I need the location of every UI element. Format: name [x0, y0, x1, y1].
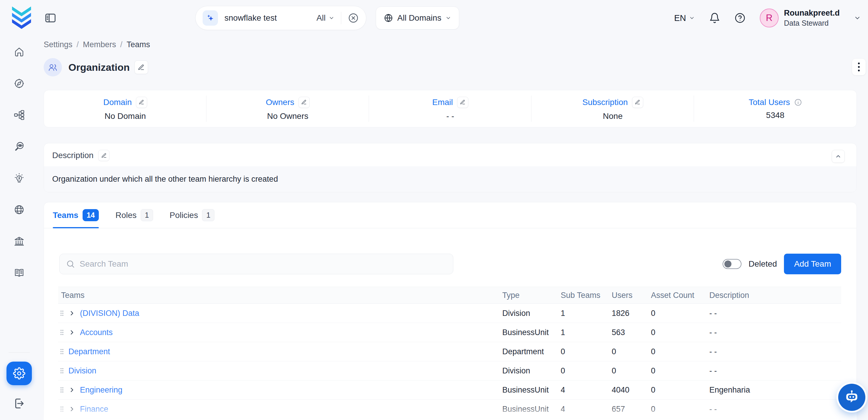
clear-search-icon[interactable] [348, 12, 359, 24]
pencil-icon [460, 99, 465, 105]
teams-panel: Teams 14 Roles 1 Policies 1 Deleted [44, 202, 857, 420]
help-icon[interactable] [734, 12, 746, 24]
col-sub-teams: Sub Teams [561, 291, 612, 300]
edit-description-button[interactable] [98, 150, 110, 161]
edit-subscription-button[interactable] [632, 97, 643, 108]
table-row: Engineering BusinessUnit 4 4040 0 Engenh… [58, 381, 841, 400]
drag-handle-icon[interactable] [60, 406, 64, 412]
drag-handle-icon[interactable] [60, 329, 64, 336]
page-header: Organization [44, 58, 857, 77]
chevron-right-icon[interactable] [68, 406, 75, 413]
glossary-book-icon[interactable] [10, 263, 29, 282]
team-name-link[interactable]: Accounts [80, 328, 113, 337]
col-type: Type [502, 291, 561, 300]
chevron-right-icon[interactable] [68, 386, 75, 393]
chevron-down-icon [689, 15, 695, 21]
chat-assistant-button[interactable] [838, 384, 865, 411]
team-icon [48, 62, 58, 72]
team-name-link[interactable]: Division [68, 366, 96, 376]
team-asset-count: 0 [651, 347, 709, 356]
sidebar-toggle-icon[interactable] [44, 12, 57, 24]
team-sub-teams: 0 [561, 347, 612, 356]
email-value: - - [446, 112, 454, 121]
drag-handle-icon[interactable] [60, 387, 64, 393]
col-teams: Teams [58, 291, 502, 300]
tab-policies[interactable]: Policies 1 [169, 202, 214, 228]
team-users: 1826 [612, 309, 651, 318]
email-label: Email [432, 98, 453, 107]
user-menu[interactable]: R Rounakpreet.d Data Steward [760, 8, 840, 28]
tab-teams[interactable]: Teams 14 [53, 202, 99, 228]
table-row: (DIVISION) Data Division 1 1826 0 - - [58, 304, 841, 323]
drag-handle-icon[interactable] [60, 348, 64, 355]
chevron-right-icon[interactable] [68, 329, 75, 336]
deleted-toggle[interactable] [722, 259, 741, 269]
breadcrumb-members[interactable]: Members [83, 40, 116, 49]
main-content: Settings / Members / Teams Organization [38, 36, 868, 420]
more-actions-kebab-icon[interactable] [852, 59, 866, 75]
total-users-value: 5348 [766, 111, 784, 120]
left-nav [0, 36, 38, 420]
domains-globe-icon[interactable] [10, 200, 29, 219]
team-users: 0 [612, 347, 651, 356]
summary-total-users: Total Users 5348 [694, 90, 857, 127]
explore-compass-icon[interactable] [10, 74, 29, 93]
logout-icon[interactable] [13, 395, 25, 412]
table-row: Division Division 0 0 0 - - [58, 361, 841, 381]
team-search-input[interactable] [80, 259, 446, 269]
teams-toolbar: Deleted Add Team [44, 253, 857, 274]
domains-dropdown[interactable]: All Domains [376, 6, 459, 30]
owners-value: No Owners [267, 112, 308, 121]
drag-handle-icon[interactable] [60, 310, 64, 317]
col-asset-count: Asset Count [651, 291, 709, 300]
team-name-link[interactable]: Engineering [80, 386, 122, 395]
language-dropdown[interactable]: EN [674, 13, 695, 23]
team-type: Division [502, 366, 561, 376]
team-description: - - [709, 309, 841, 318]
chevron-right-icon[interactable] [68, 310, 75, 317]
app-logo-icon[interactable] [12, 6, 31, 30]
team-description: - - [709, 347, 841, 356]
breadcrumb-settings[interactable]: Settings [44, 40, 72, 49]
edit-owners-button[interactable] [299, 97, 310, 108]
search-scope-dropdown[interactable]: All [316, 13, 335, 23]
table-row: Accounts BusinessUnit 1 563 0 - - [58, 323, 841, 342]
chevron-down-icon [329, 15, 335, 21]
team-name-link[interactable]: Finance [80, 404, 108, 414]
settings-gear-icon[interactable] [6, 362, 32, 385]
observability-search-eye-icon[interactable] [10, 137, 29, 156]
team-users: 657 [612, 404, 651, 414]
team-description: Engenharia [709, 386, 841, 395]
collapse-description-button[interactable] [832, 150, 845, 163]
summary-domain: Domain No Domain [44, 90, 207, 127]
edit-email-button[interactable] [457, 97, 468, 108]
team-name-link[interactable]: Department [68, 347, 110, 356]
ai-sparkle-icon [203, 10, 218, 26]
govern-bank-icon[interactable] [10, 232, 29, 251]
insights-bulb-icon[interactable] [10, 169, 29, 187]
team-avatar [44, 58, 62, 77]
edit-domain-button[interactable] [136, 97, 147, 108]
add-team-button[interactable]: Add Team [784, 253, 841, 274]
team-name-link[interactable]: (DIVISION) Data [80, 309, 139, 318]
team-search-box[interactable] [59, 253, 453, 274]
team-type: BusinessUnit [502, 328, 561, 337]
tab-roles[interactable]: Roles 1 [115, 202, 153, 228]
description-text: Organization under which all the other t… [44, 167, 857, 192]
search-icon [66, 260, 75, 268]
chevron-down-icon[interactable] [854, 14, 861, 22]
home-icon[interactable] [10, 42, 29, 61]
subscription-value: None [603, 112, 623, 121]
edit-title-button[interactable] [134, 60, 148, 74]
notifications-bell-icon[interactable] [709, 12, 720, 24]
pencil-icon [138, 99, 144, 105]
summary-subscription: Subscription None [531, 90, 694, 127]
info-icon [794, 98, 802, 106]
team-asset-count: 0 [651, 328, 709, 337]
drag-handle-icon[interactable] [60, 367, 64, 374]
teams-count-badge: 14 [83, 209, 99, 221]
breadcrumb-teams: Teams [127, 40, 150, 49]
global-search-bar[interactable]: All [195, 6, 366, 30]
global-search-input[interactable] [224, 13, 316, 23]
lineage-flow-icon[interactable] [10, 106, 29, 124]
